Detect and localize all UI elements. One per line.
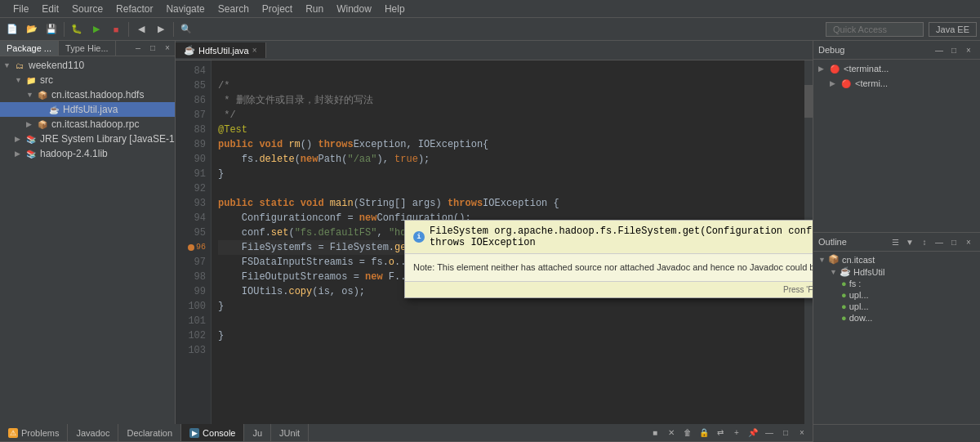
close-panel-icon[interactable]: × (160, 41, 175, 56)
save-btn[interactable]: 💾 (42, 20, 60, 38)
tree-item-rpc[interactable]: ▶ 📦 cn.itcast.hadoop.rpc (0, 117, 175, 132)
code-line-93: public static void main(String[] args) t… (218, 196, 798, 211)
new-console-btn[interactable]: + (729, 426, 744, 440)
quick-access-input[interactable] (826, 22, 924, 37)
problems-icon: ⚠ (8, 428, 18, 438)
ln-97: 97 (182, 255, 206, 270)
tree-item-src[interactable]: ▼ 📁 src (0, 73, 175, 87)
code-line-88: @Test (218, 123, 798, 137)
javadoc-tab[interactable]: Javadoc (68, 424, 118, 441)
tree-item-weekend110[interactable]: ▼ 🗂 weekend110 (0, 58, 175, 73)
outline-icon-3[interactable]: ↕ (918, 235, 931, 248)
code-line-103 (218, 343, 798, 358)
pin-btn[interactable]: 📌 (746, 426, 760, 440)
outline-icon-2[interactable]: ▼ (903, 235, 916, 248)
outline-label: upl... (849, 301, 869, 311)
terminated-icon: 🔴 (828, 62, 841, 75)
menu-help[interactable]: Help (378, 0, 412, 17)
jre-lib-icon: 📚 (24, 132, 38, 145)
type-hierarchy-tab[interactable]: Type Hie... (59, 41, 116, 56)
sep2 (128, 22, 129, 37)
java-ee-perspective[interactable]: Java EE (929, 22, 977, 37)
menu-search[interactable]: Search (212, 0, 256, 17)
debug-maximize-icon[interactable]: □ (947, 43, 960, 56)
debug-btn[interactable]: 🐛 (68, 20, 86, 38)
debug-panel-icons: — □ × (933, 43, 975, 56)
maximize-panel-icon[interactable]: □ (145, 41, 160, 56)
toolbar: 📄 📂 💾 🐛 ▶ ■ ◀ ▶ 🔍 Java EE (0, 18, 980, 41)
code-line-86: * 删除文件或目录，封装好的写法 (218, 93, 798, 108)
clear-btn[interactable]: 🗑 (680, 426, 695, 440)
open-btn[interactable]: 📂 (23, 20, 41, 38)
outline-item-upload2[interactable]: ● upl... (813, 301, 980, 312)
scroll-lock-btn[interactable]: 🔒 (697, 426, 711, 440)
outline-item-package[interactable]: ▼ 📦 cn.itcast (813, 253, 980, 266)
tooltip-footer: Press 'F2' for focus (405, 281, 813, 297)
new-btn[interactable]: 📄 (3, 20, 21, 38)
outline-item-download[interactable]: ● dow... (813, 312, 980, 324)
outline-item-fs[interactable]: ● fs : (813, 278, 980, 289)
outline-maximize-icon[interactable]: □ (947, 235, 960, 248)
outline-label: fs : (849, 279, 862, 288)
bottom-tabs-bar: ⚠ Problems Javadoc Declaration ▶ Console… (0, 424, 813, 442)
method-icon-2: ● (841, 301, 847, 311)
tree-item-jre[interactable]: ▶ 📚 JRE System Library [JavaSE-1.. (0, 132, 175, 146)
ln-101: 101 (182, 314, 206, 328)
tree-arrow: ▶ (26, 120, 36, 128)
menu-file[interactable]: File (7, 0, 35, 17)
debug-close-icon[interactable]: × (962, 43, 975, 56)
scrollbar-thumb[interactable] (804, 85, 813, 118)
menu-run[interactable]: Run (299, 0, 330, 17)
tree-item-hadoop-lib[interactable]: ▶ 📚 hadoop-2.4.1lib (0, 146, 175, 161)
tree-item-hdfs[interactable]: ▼ 📦 cn.itcast.hadoop.hdfs (0, 87, 175, 102)
minimize-console-btn[interactable]: — (762, 426, 777, 440)
junit-tab[interactable]: JUnit (271, 424, 309, 441)
menu-project[interactable]: Project (256, 0, 299, 17)
problems-tab[interactable]: ⚠ Problems (0, 424, 68, 441)
outline-label: upl... (849, 290, 869, 300)
outline-minimize-icon[interactable]: — (933, 235, 946, 248)
tree-item-hdfsutil[interactable]: ☕ HdfsUtil.java (0, 102, 175, 117)
tree-arrow: ▶ (15, 135, 24, 143)
tooltip-body: Note: This element neither has attached … (405, 254, 813, 281)
declaration-tab[interactable]: Declaration (118, 424, 181, 441)
close-console-btn[interactable]: × (795, 426, 809, 440)
console-tab[interactable]: ▶ Console (181, 424, 244, 441)
debug-thread-2[interactable]: ▶ 🔴 <termi... (813, 76, 980, 91)
outline-item-upload1[interactable]: ● upl... (813, 289, 980, 301)
outline-item-class[interactable]: ▼ ☕ HdfsUtil (813, 266, 980, 278)
tooltip-title: FileSystem org.apache.hadoop.fs.FileSyst… (430, 225, 813, 248)
tab-close-icon[interactable]: × (252, 46, 257, 55)
bottom-right-panel (813, 424, 980, 442)
outline-close-icon[interactable]: × (962, 235, 975, 248)
debug-tree: ▶ 🔴 <terminat... ▶ 🔴 <termi... (813, 60, 980, 232)
stop-btn[interactable]: ■ (107, 20, 125, 38)
debug-thread-1[interactable]: ▶ 🔴 <terminat... (813, 61, 980, 76)
run-btn[interactable]: ▶ (87, 20, 105, 38)
package-icon: 📦 (36, 118, 49, 131)
menu-navigate[interactable]: Navigate (159, 0, 211, 17)
menu-edit[interactable]: Edit (35, 0, 65, 17)
minimize-panel-icon[interactable]: — (131, 41, 145, 56)
fwd-btn[interactable]: ▶ (152, 20, 170, 38)
code-line-85: /* (218, 78, 798, 93)
tree-label: HdfsUtil.java (63, 104, 118, 115)
terminate-btn[interactable]: ■ (648, 426, 662, 440)
tree-label: weekend110 (29, 60, 84, 71)
maximize-console-btn[interactable]: □ (778, 426, 793, 440)
junit-label: JUnit (279, 428, 300, 438)
menu-refactor[interactable]: Refactor (109, 0, 159, 17)
menu-window[interactable]: Window (330, 0, 378, 17)
left-panel-tabs: Package ... Type Hie... — □ × (0, 41, 175, 56)
ju-tab[interactable]: Ju (244, 424, 271, 441)
search-btn[interactable]: 🔍 (177, 20, 195, 38)
package-explorer-tab[interactable]: Package ... (0, 41, 59, 56)
word-wrap-btn[interactable]: ⇄ (713, 426, 728, 440)
outline-icon-1[interactable]: ☰ (889, 235, 902, 248)
editor-tab-hdfsutil[interactable]: ☕ HdfsUtil.java × (176, 42, 266, 58)
remove-btn[interactable]: ✕ (664, 426, 679, 440)
ln-85: 85 (182, 78, 206, 93)
menu-source[interactable]: Source (65, 0, 109, 17)
debug-minimize-icon[interactable]: — (933, 43, 946, 56)
back-btn[interactable]: ◀ (132, 20, 150, 38)
